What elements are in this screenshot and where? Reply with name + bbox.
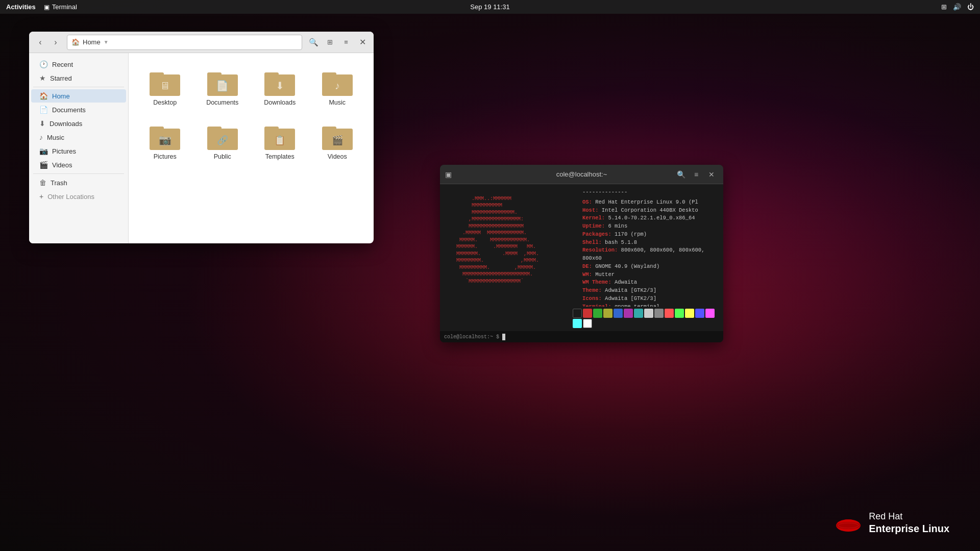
folder-templates[interactable]: 📋 Templates xyxy=(254,117,306,166)
trash-icon: 🗑 xyxy=(39,179,46,187)
folder-public[interactable]: 🔗 Public xyxy=(197,117,249,166)
color-swatch-11 xyxy=(685,309,694,318)
folder-grid: 🖥 Desktop 📄 Documents xyxy=(139,63,363,166)
color-swatch-8 xyxy=(654,309,664,318)
location-text: Home xyxy=(83,38,101,46)
terminal-titlebar-right: 🔍 ≡ ✕ xyxy=(674,168,718,181)
folder-documents[interactable]: 📄 Documents xyxy=(197,63,249,112)
folder-desktop-icon: 🖥 xyxy=(150,69,180,96)
color-swatch-2 xyxy=(593,309,602,318)
recent-icon: 🕐 xyxy=(39,60,48,68)
sidebar-label-trash: Trash xyxy=(51,179,67,187)
sidebar-label-pictures: Pictures xyxy=(52,147,76,155)
power-icon[interactable]: ⏻ xyxy=(967,3,974,11)
forward-button[interactable]: › xyxy=(48,35,63,49)
folder-name-documents: Documents xyxy=(206,99,238,106)
sidebar-label-music: Music xyxy=(47,134,64,141)
info-icons: Icons: Adwaita [GTK2/3] xyxy=(582,295,719,303)
info-uptime: Uptime: 6 mins xyxy=(582,222,719,231)
sidebar-label-starred: Starred xyxy=(50,74,72,82)
sidebar-item-documents[interactable]: 📄 Documents xyxy=(31,103,126,116)
folder-name-templates: Templates xyxy=(265,153,295,160)
titlebar-nav: ‹ › xyxy=(33,35,63,49)
sidebar-label-home: Home xyxy=(52,92,70,100)
folder-downloads[interactable]: ⬇ Downloads xyxy=(254,63,306,112)
other-locations-icon: + xyxy=(39,192,43,201)
folder-videos[interactable]: 🎬 Videos xyxy=(311,117,364,166)
view-options-button[interactable]: ⊞ xyxy=(323,35,337,49)
terminal-search-button[interactable]: 🔍 xyxy=(674,168,688,181)
terminal-close-button[interactable]: ✕ xyxy=(705,168,718,181)
sidebar-label-downloads: Downloads xyxy=(50,120,82,128)
file-manager-sidebar: 🕐 Recent ★ Starred 🏠 Home 📄 Documents ⬇ … xyxy=(29,53,129,243)
search-button[interactable]: 🔍 xyxy=(306,35,321,49)
folder-music-icon: ♪ xyxy=(322,69,353,96)
terminal-taskbar-item[interactable]: ▣ Terminal xyxy=(44,3,77,11)
sidebar-item-pictures[interactable]: 📷 Pictures xyxy=(31,144,126,158)
info-shell: Shell: bash 5.1.8 xyxy=(582,239,719,247)
folder-music[interactable]: ♪ Music xyxy=(311,63,364,112)
network-icon[interactable]: ⊞ xyxy=(941,3,947,11)
color-swatch-14 xyxy=(573,319,582,328)
sidebar-label-documents: Documents xyxy=(52,106,86,114)
color-swatch-9 xyxy=(665,309,674,318)
folder-videos-icon: 🎬 xyxy=(322,123,353,150)
sidebar-label-other: Other Locations xyxy=(47,193,94,201)
terminal-titlebar: ▣ cole@localhost:~ 🔍 ≡ ✕ xyxy=(440,165,723,184)
color-swatch-5 xyxy=(624,309,633,318)
terminal-prompt-bar[interactable]: cole@localhost:~ $ xyxy=(440,331,723,342)
sidebar-label-recent: Recent xyxy=(52,61,73,68)
folder-documents-icon: 📄 xyxy=(207,69,238,96)
redhat-text: Red Hat Enterprise Linux xyxy=(869,511,949,535)
terminal-cursor xyxy=(502,334,505,340)
folder-templates-icon: 📋 xyxy=(264,123,295,150)
color-swatch-6 xyxy=(634,309,643,318)
sidebar-divider-2 xyxy=(33,173,124,174)
volume-icon[interactable]: 🔊 xyxy=(953,3,961,11)
sidebar-item-starred[interactable]: ★ Starred xyxy=(31,71,126,85)
file-manager-titlebar: ‹ › 🏠 Home ▼ 🔍 ⊞ ≡ ✕ xyxy=(29,32,374,53)
info-os: OS: Red Hat Enterprise Linux 9.0 (Pl xyxy=(582,198,719,207)
back-button[interactable]: ‹ xyxy=(33,35,47,49)
color-swatch-10 xyxy=(675,309,684,318)
color-swatch-7 xyxy=(644,309,653,318)
terminal-title: cole@localhost:~ xyxy=(556,170,607,178)
sidebar-item-recent[interactable]: 🕐 Recent xyxy=(31,58,126,71)
location-bar[interactable]: 🏠 Home ▼ xyxy=(67,35,302,50)
downloads-icon: ⬇ xyxy=(39,119,45,128)
terminal-window: ▣ cole@localhost:~ 🔍 ≡ ✕ .MMM..:MMMMMM M… xyxy=(440,165,723,342)
info-kernel: Kernel: 5.14.0-70.22.1.el9_0.x86_64 xyxy=(582,214,719,222)
folder-pictures[interactable]: 📷 Pictures xyxy=(139,117,191,166)
terminal-titlebar-left: ▣ xyxy=(445,170,452,179)
activities-button[interactable]: Activities xyxy=(6,3,36,11)
sidebar-item-other[interactable]: + Other Locations xyxy=(31,190,126,203)
sidebar-item-downloads[interactable]: ⬇ Downloads xyxy=(31,117,126,130)
sidebar-label-videos: Videos xyxy=(52,161,72,169)
info-wm: WM: Mutter xyxy=(582,271,719,279)
info-packages: Packages: 1170 (rpm) xyxy=(582,231,719,239)
topbar: Activities ▣ Terminal Sep 19 11:31 ⊞ 🔊 ⏻ xyxy=(0,0,980,14)
sidebar-item-home[interactable]: 🏠 Home xyxy=(31,89,126,103)
color-swatch-1 xyxy=(583,309,592,318)
color-swatch-12 xyxy=(695,309,704,318)
documents-icon: 📄 xyxy=(39,106,48,114)
terminal-menu-button[interactable]: ≡ xyxy=(690,168,703,181)
terminal-prompt-text: cole@localhost:~ $ xyxy=(444,334,502,340)
terminal-info-separator: -------------- xyxy=(582,188,719,196)
color-swatch-13 xyxy=(705,309,715,318)
sidebar-item-videos[interactable]: 🎬 Videos xyxy=(31,158,126,171)
folder-desktop[interactable]: 🖥 Desktop xyxy=(139,63,191,112)
sidebar-divider xyxy=(33,87,124,87)
redhat-branding: Red Hat Enterprise Linux xyxy=(835,510,949,536)
sort-button[interactable]: ≡ xyxy=(339,35,353,49)
sidebar-item-music[interactable]: ♪ Music xyxy=(31,131,126,144)
close-button[interactable]: ✕ xyxy=(355,35,370,49)
folder-name-downloads: Downloads xyxy=(264,99,296,106)
file-manager-window: ‹ › 🏠 Home ▼ 🔍 ⊞ ≡ ✕ 🕐 Recent ★ Starred … xyxy=(29,32,374,243)
terminal-app-icon: ▣ xyxy=(445,170,452,179)
terminal-body: .MMM..:MMMMMM MMMMMMMMMM MMMMMMMMMMMMMM.… xyxy=(440,184,723,307)
terminal-color-swatches xyxy=(440,307,723,331)
terminal-info-panel: -------------- OS: Red Hat Enterprise Li… xyxy=(580,184,723,307)
info-host: Host: Intel Corporation 440BX Deskto xyxy=(582,207,719,215)
sidebar-item-trash[interactable]: 🗑 Trash xyxy=(31,176,126,189)
